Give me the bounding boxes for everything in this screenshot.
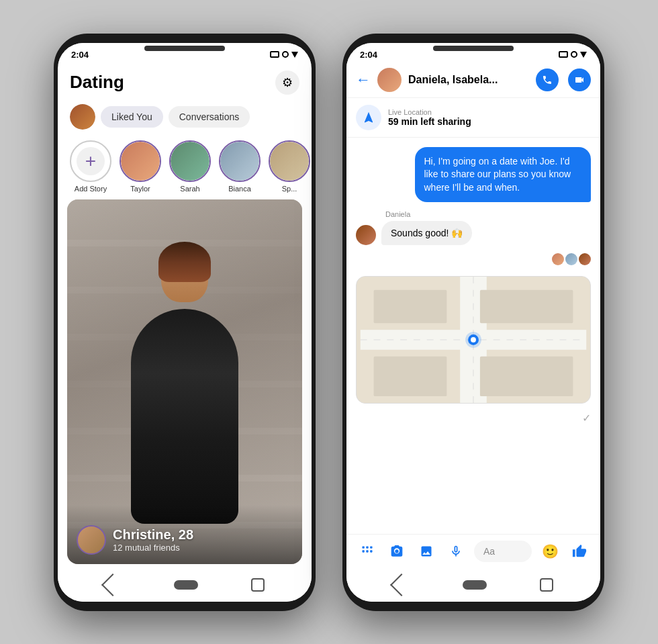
gallery-icon <box>420 545 433 558</box>
messenger-screen: 2:04 ← Daniela, Isabela... <box>346 43 600 602</box>
status-time-messenger: 2:04 <box>360 50 377 60</box>
message-with-avatar: Sounds good! 🙌 <box>356 221 472 245</box>
back-button-dating[interactable] <box>101 573 124 596</box>
map-card[interactable] <box>356 276 591 404</box>
daniela-avatar <box>356 225 376 245</box>
read-avatar-3 <box>579 253 591 265</box>
add-story-circle[interactable]: + <box>70 140 111 182</box>
phone-icon <box>542 75 553 85</box>
video-icon <box>574 75 585 85</box>
dating-content: Dating ⚙ Liked You Conversations + Add S… <box>58 62 312 568</box>
read-receipts <box>552 253 591 265</box>
bottom-nav-dating <box>58 568 312 602</box>
message-actions <box>536 68 591 91</box>
navigation-icon <box>362 111 375 124</box>
status-time-dating: 2:04 <box>71 50 89 60</box>
recents-button-dating[interactable] <box>251 578 265 592</box>
status-icons-dating <box>270 51 298 58</box>
story-sp-label: Sp... <box>282 185 297 193</box>
story-bianca-circle[interactable] <box>219 140 261 182</box>
status-bar-dating: 2:04 <box>58 43 312 62</box>
call-button[interactable] <box>536 68 559 91</box>
thumbs-up-icon <box>572 544 587 559</box>
message-in-row-1: Daniela Sounds good! 🙌 <box>356 210 591 245</box>
svg-rect-6 <box>480 290 573 323</box>
mic-icon <box>449 545 463 558</box>
bottom-nav-messenger <box>346 568 600 602</box>
bianca-avatar <box>220 142 259 181</box>
story-taylor-circle[interactable] <box>120 140 161 182</box>
signal-icon-2 <box>580 52 587 58</box>
dating-screen: 2:04 Dating ⚙ Liked You Conversations <box>58 43 312 602</box>
read-avatar-2 <box>565 253 577 265</box>
location-icon <box>356 105 381 130</box>
profile-info-overlay: Christine, 28 12 mutual friends <box>67 505 302 564</box>
message-checkmark: ✓ <box>582 412 591 424</box>
dating-header: Dating ⚙ <box>58 62 312 100</box>
message-sender-name: Daniela <box>356 210 410 218</box>
story-sarah[interactable]: Sarah <box>169 140 211 193</box>
story-taylor-label: Taylor <box>130 185 150 193</box>
taylor-avatar <box>121 142 160 181</box>
recents-button-messenger[interactable] <box>540 578 553 592</box>
message-input[interactable]: Aa <box>474 541 532 562</box>
tabs-row: Liked You Conversations <box>58 100 312 134</box>
profile-name: Christine, 28 <box>113 527 193 543</box>
profile-sub: 12 mutual friends <box>113 543 193 553</box>
contact-name: Daniela, Isabela... <box>408 74 529 86</box>
settings-button[interactable]: ⚙ <box>275 71 299 95</box>
read-avatar-1 <box>552 253 564 265</box>
mic-button[interactable] <box>444 540 467 563</box>
wifi-icon-2 <box>571 51 577 58</box>
dating-title: Dating <box>70 72 124 93</box>
apps-button[interactable] <box>356 540 379 563</box>
messenger-toolbar: Aa 🙂 <box>346 534 600 568</box>
tab-conversations[interactable]: Conversations <box>169 106 250 128</box>
story-taylor[interactable]: Taylor <box>120 140 161 193</box>
live-location-value: 59 min left sharing <box>388 116 471 127</box>
messages-area: Hi, I'm going on a date with Joe. I'd li… <box>346 138 600 534</box>
person-container <box>117 295 252 524</box>
user-avatar-tab[interactable] <box>70 104 95 130</box>
video-call-button[interactable] <box>568 68 591 91</box>
svg-rect-5 <box>374 290 447 323</box>
svg-rect-13 <box>366 546 368 548</box>
phone-messenger: 2:04 ← Daniela, Isabela... <box>342 34 604 611</box>
back-button-messenger[interactable] <box>390 573 413 596</box>
story-bianca[interactable]: Bianca <box>219 140 261 193</box>
sp-avatar <box>270 142 309 181</box>
svg-rect-8 <box>480 357 573 396</box>
back-arrow-icon[interactable]: ← <box>356 71 371 89</box>
sarah-avatar <box>171 142 209 181</box>
profile-card[interactable]: Christine, 28 12 mutual friends <box>67 199 302 564</box>
message-in-1: Sounds good! 🙌 <box>381 221 472 245</box>
story-bianca-label: Bianca <box>228 185 251 193</box>
user-avatar-img <box>70 104 95 130</box>
svg-rect-16 <box>366 550 368 552</box>
battery-icon <box>270 51 279 58</box>
camera-button[interactable] <box>385 540 408 563</box>
like-button[interactable] <box>568 540 591 563</box>
person-hair <box>158 242 211 282</box>
story-sarah-label: Sarah <box>180 185 199 193</box>
story-sarah-circle[interactable] <box>169 140 211 182</box>
emoji-button[interactable]: 🙂 <box>538 540 561 563</box>
live-location-banner: Live Location 59 min left sharing <box>346 98 600 138</box>
phone-dating: 2:04 Dating ⚙ Liked You Conversations <box>54 34 316 611</box>
live-location-text: Live Location 59 min left sharing <box>388 108 471 127</box>
tab-liked-you[interactable]: Liked You <box>101 106 163 128</box>
svg-rect-7 <box>374 357 447 396</box>
status-bar-messenger: 2:04 <box>346 43 600 62</box>
story-sp[interactable]: Sp... <box>269 140 310 193</box>
home-button-messenger[interactable] <box>463 580 487 590</box>
story-sp-circle[interactable] <box>269 140 310 182</box>
svg-rect-15 <box>363 550 365 552</box>
wifi-icon <box>282 51 289 58</box>
home-button-dating[interactable] <box>174 580 198 590</box>
map-background <box>357 277 590 403</box>
map-svg <box>357 277 590 403</box>
gallery-button[interactable] <box>415 540 438 563</box>
svg-rect-17 <box>370 550 372 552</box>
messenger-content: ← Daniela, Isabela... <box>346 62 600 568</box>
story-add[interactable]: + Add Story <box>70 140 111 193</box>
